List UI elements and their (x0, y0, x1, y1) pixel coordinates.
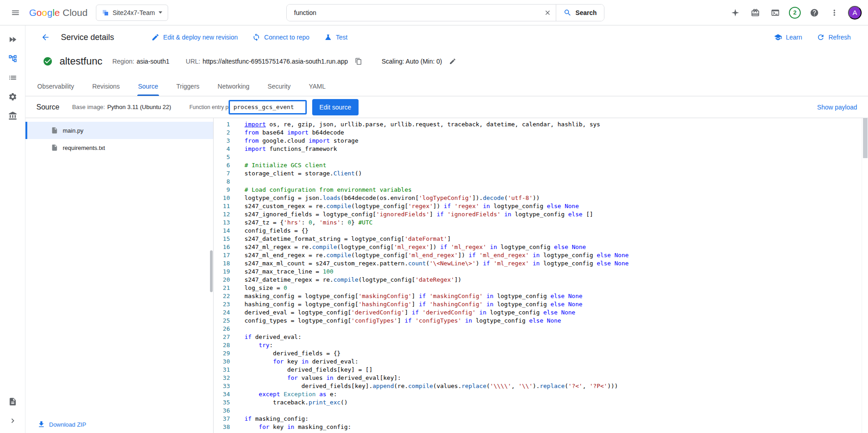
download-zip-label: Download ZIP (49, 421, 86, 428)
main-menu-button[interactable] (6, 4, 25, 22)
code-line[interactable]: # Initialize GCS client (244, 161, 862, 169)
app-body: Service details Edit & deploy new revisi… (0, 25, 868, 433)
tab-bar: Observability Revisions Source Triggers … (25, 76, 868, 96)
free-trial-gift-button[interactable] (746, 4, 764, 22)
search-clear-button[interactable] (539, 5, 556, 21)
gemini-button[interactable] (726, 4, 744, 22)
code-line[interactable]: s247_datetime_format_string = logtype_co… (244, 235, 862, 243)
collapse-rail-button[interactable] (2, 411, 24, 430)
base-image: Base image: Python 3.11 (Ubuntu 22) (72, 104, 171, 110)
download-zip-button[interactable]: Download ZIP (37, 420, 86, 428)
rail-item-services[interactable] (2, 49, 24, 68)
topbar-actions: 2 A (726, 4, 862, 22)
edit-source-button[interactable]: Edit source (312, 99, 359, 115)
code-line[interactable]: from base64 import b64decode (244, 129, 862, 137)
code-line[interactable]: import os, re, gzip, json, urllib.parse,… (244, 120, 862, 129)
code-line[interactable]: from google.cloud import storage (244, 137, 862, 145)
code-line[interactable]: s247_tz = {'hrs': 0, 'mins': 0} #UTC (244, 219, 862, 227)
code-line[interactable]: derived_fields[key].append(re.compile(va… (244, 382, 862, 390)
code-line[interactable]: # Load configuration from environment va… (244, 186, 862, 194)
code-line[interactable]: log_size = 0 (244, 284, 862, 292)
line-number: 35 (214, 398, 230, 407)
file-item-main-py[interactable]: main.py (25, 122, 213, 139)
code-line[interactable]: s247_datetime_regex = re.compile(logtype… (244, 276, 862, 284)
search-input[interactable] (287, 5, 539, 21)
code-line[interactable] (244, 325, 862, 333)
edit-scaling-button[interactable] (446, 55, 459, 68)
code-line[interactable]: s247_custom_regex = re.compile(logtype_c… (244, 202, 862, 210)
code-line[interactable]: config_fields = {} (244, 227, 862, 235)
project-picker[interactable]: Site24x7-Team (96, 5, 168, 21)
code-line[interactable]: s247_ml_end_regex = re.compile(logtype_c… (244, 251, 862, 259)
more-options-button[interactable] (825, 4, 843, 22)
connect-repo-button[interactable]: Connect to repo (246, 29, 316, 45)
scrollbar-handle[interactable] (863, 118, 868, 158)
avatar[interactable]: A (848, 6, 862, 20)
show-payload-link[interactable]: Show payload (817, 104, 857, 111)
editor-scrollbar[interactable] (862, 118, 868, 433)
code-line[interactable] (244, 178, 862, 186)
rail-item-integrations[interactable] (2, 106, 24, 125)
learn-button[interactable]: Learn (768, 29, 808, 45)
code-line[interactable]: s247_max_trace_line = 100 (244, 268, 862, 276)
gcp-console: G o o g l e Cloud Site24x7-Team Search (0, 0, 868, 433)
code-line[interactable]: s247_ml_regex = re.compile(logtype_confi… (244, 243, 862, 251)
search-button[interactable]: Search (556, 5, 604, 21)
code-line[interactable]: storage_client = storage.Client() (244, 169, 862, 178)
code-line[interactable]: derived_eval = logtype_config['derivedCo… (244, 309, 862, 317)
code-content[interactable]: import os, re, gzip, json, urllib.parse,… (235, 120, 862, 433)
entry-point-input[interactable] (229, 100, 307, 114)
arrow-back-icon (41, 33, 50, 42)
code-line[interactable]: for key in derived_eval: (244, 358, 862, 366)
code-line[interactable]: traceback.print_exc() (244, 398, 862, 407)
test-button[interactable]: Test (318, 29, 354, 45)
code-line[interactable]: derived_fields[key] = [] (244, 366, 862, 374)
page-title: Service details (61, 33, 114, 42)
code-line[interactable]: import functions_framework (244, 145, 862, 153)
help-button[interactable] (805, 4, 823, 22)
notifications-badge[interactable]: 2 (789, 7, 801, 19)
tab-observability[interactable]: Observability (36, 76, 75, 96)
tab-revisions[interactable]: Revisions (91, 76, 121, 96)
code-line[interactable]: logtype_config = json.loads(b64decode(os… (244, 194, 862, 202)
code-line[interactable] (244, 407, 862, 415)
line-number-gutter: 1234567891011121314151617181920212223242… (214, 120, 235, 433)
code-viewer[interactable]: 1234567891011121314151617181920212223242… (214, 118, 862, 433)
refresh-button[interactable]: Refresh (810, 29, 857, 45)
scrollbar-handle[interactable] (210, 250, 213, 292)
code-line[interactable]: masking_config = logtype_config['masking… (244, 292, 862, 300)
service-summary: altestfunc Region: asia-south1 URL: http… (25, 49, 868, 76)
code-line[interactable] (244, 153, 862, 161)
back-button[interactable] (36, 28, 55, 46)
copy-url-button[interactable] (352, 55, 365, 68)
tab-source[interactable]: Source (137, 76, 159, 96)
code-line[interactable]: if derived_eval: (244, 333, 862, 341)
line-number: 9 (214, 186, 230, 194)
tab-yaml[interactable]: YAML (308, 76, 326, 96)
rail-item-jobs[interactable] (2, 68, 24, 87)
tab-security[interactable]: Security (267, 76, 292, 96)
code-line[interactable]: s247_ignored_fields = logtype_config['ig… (244, 210, 862, 219)
edit-deploy-button[interactable]: Edit & deploy new revision (145, 29, 244, 45)
line-number: 31 (214, 366, 230, 374)
line-number: 27 (214, 333, 230, 341)
code-line[interactable]: except Exception as e: (244, 390, 862, 398)
code-line[interactable]: hashing_config = logtype_config['hashing… (244, 300, 862, 309)
code-line[interactable]: try: (244, 341, 862, 349)
code-line[interactable]: derived_fields = {} (244, 349, 862, 358)
tab-networking[interactable]: Networking (217, 76, 250, 96)
code-line[interactable]: s247_max_ml_count = s247_custom_regex.pa… (244, 259, 862, 268)
file-item-requirements-txt[interactable]: requirements.txt (25, 139, 213, 156)
tab-triggers[interactable]: Triggers (175, 76, 200, 96)
cloud-run-product-button[interactable] (2, 30, 24, 49)
rail-item-settings[interactable] (2, 87, 24, 106)
file-panel-scrollbar[interactable] (210, 118, 213, 433)
code-line[interactable]: if masking_config: (244, 415, 862, 423)
code-line[interactable]: config_types = logtype_config['configTyp… (244, 317, 862, 325)
release-notes-button[interactable] (2, 392, 24, 411)
gift-icon (751, 8, 760, 17)
cloud-shell-button[interactable] (766, 4, 784, 22)
google-cloud-logo[interactable]: G o o g l e Cloud (29, 7, 88, 18)
code-line[interactable]: for values in derived_eval[key]: (244, 374, 862, 382)
code-line[interactable]: for key in masking_config: (244, 423, 862, 431)
